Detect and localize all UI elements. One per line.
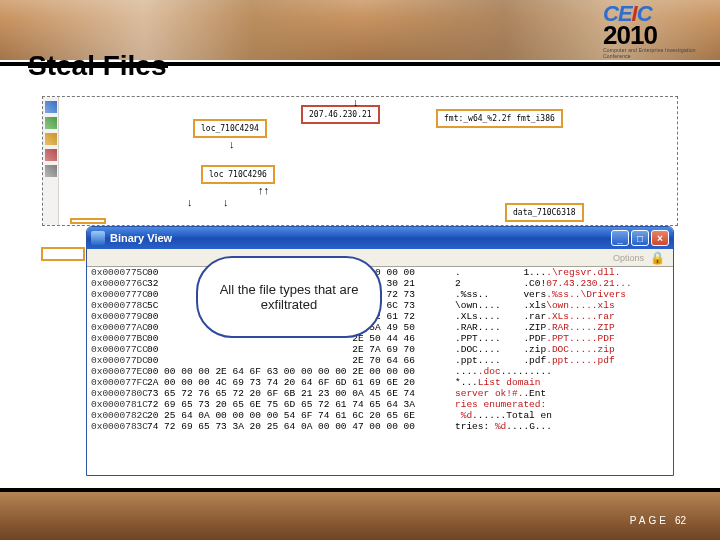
toolbar-icon[interactable] [45,133,57,145]
toolbar-icon[interactable] [45,101,57,113]
window-title: Binary View [110,232,172,244]
lock-icon: 🔒 [650,251,665,265]
toolbar-icon[interactable] [45,165,57,177]
annotation-callout: All the file types that are exfiltrated [196,256,382,338]
maximize-button[interactable]: □ [631,230,649,246]
window-titlebar[interactable]: Binary View _ □ × [87,227,673,249]
toolbar-icon[interactable] [45,117,57,129]
toolbar-icon[interactable] [45,149,57,161]
minimize-button[interactable]: _ [611,230,629,246]
page-number: PAGE62 [630,515,686,526]
binary-view-window: Binary View _ □ × Options 🔒 0x0000775C00… [86,226,674,476]
graph-node[interactable]: fmt:_w64_%2.2f fmt_i386 [436,109,563,128]
graph-node[interactable]: loc_710C4294 [193,119,267,138]
ida-graph-view: loc_710C4294 207.46.230.21 fmt:_w64_%2.2… [42,96,678,226]
app-icon [91,231,105,245]
slide-title: Steal Files [28,50,167,82]
graph-toolbar [43,97,59,225]
graph-node-ip[interactable]: 207.46.230.21 [301,105,380,124]
brand-logo-2010: CEIC 2010 Computer and Enterprise Invest… [603,4,708,60]
graph-node[interactable]: data_710C6318 [505,203,584,222]
graph-node[interactable]: loc 710C4296 [201,165,275,184]
options-menu[interactable]: Options [613,253,644,263]
close-button[interactable]: × [651,230,669,246]
window-menubar: Options 🔒 [87,249,673,267]
